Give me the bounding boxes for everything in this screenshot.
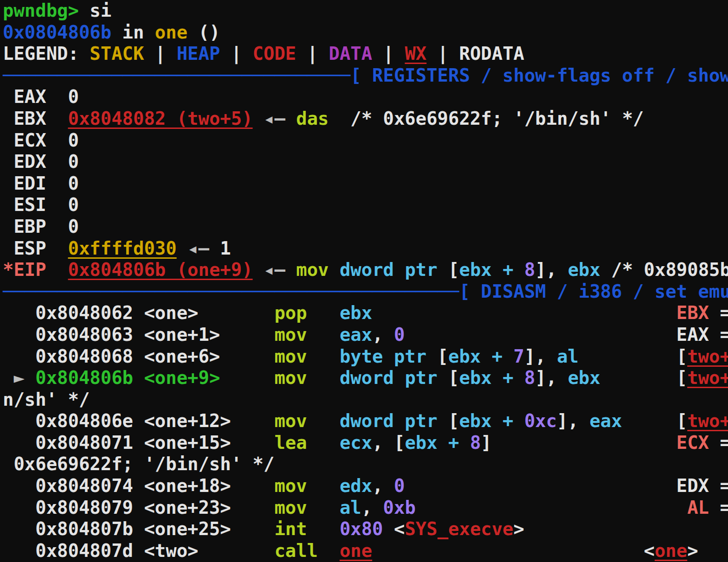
disasm-row-0x8048062: 0x8048062 <one> pop ebx EBX =	[3, 302, 728, 324]
text-segment: dword ptr	[340, 410, 448, 431]
text-segment: |	[372, 43, 405, 64]
text-segment: pwndbg>	[3, 0, 90, 21]
disasm-row-0x8048074: 0x8048074 <one+18> mov edx, 0 EDX =	[3, 475, 728, 497]
text-segment	[307, 302, 340, 323]
text-segment	[307, 324, 340, 345]
text-segment: 0x8048074 <one+18>	[3, 475, 231, 496]
disasm-row-0x804807d: 0x804807d <two> call one <one>	[3, 540, 728, 562]
text-segment: 0xb	[383, 497, 416, 518]
step-result-line: 0x0804806b in one ()	[3, 22, 728, 44]
disasm-row-0x8048079: 0x8048079 <one+23> mov al, 0xb AL =>	[3, 497, 728, 519]
text-segment: mov	[274, 367, 307, 388]
text-segment: [	[676, 346, 687, 367]
text-segment: 0x8048063 <one+1>	[3, 324, 220, 345]
disasm-row-0x8048068: 0x8048068 <one+6> mov byte ptr [ebx + 7]…	[3, 346, 728, 368]
text-segment: edx	[340, 475, 372, 496]
text-segment: ebx +	[448, 346, 514, 367]
text-segment	[3, 367, 13, 388]
text-segment: byte ptr	[340, 346, 438, 367]
text-segment: <	[644, 540, 655, 561]
text-segment: ►	[13, 367, 35, 388]
text-segment	[622, 410, 676, 431]
register-row-eip: *EIP 0x804806b (one+9) ◂— mov dword ptr …	[3, 259, 728, 281]
text-segment: mov	[274, 346, 307, 367]
text-segment	[231, 410, 275, 431]
text-segment: ECX 0	[3, 130, 79, 151]
text-segment: ,	[372, 324, 394, 345]
pwndbg-terminal[interactable]: pwndbg> si0x0804806b in one ()LEGEND: ST…	[0, 0, 728, 562]
disasm-wrap-line-2: 0x6e69622f; '/bin/sh' */	[3, 453, 728, 475]
text-segment: 0xc	[524, 410, 557, 431]
text-segment: eax	[589, 410, 622, 431]
text-segment	[220, 367, 274, 388]
text-segment: ecx	[340, 432, 372, 453]
register-row-ecx: ECX 0	[3, 130, 728, 152]
text-segment: two+	[687, 346, 728, 367]
text-segment	[372, 540, 644, 561]
text-segment: ECX	[676, 432, 709, 453]
text-segment: ebx +	[459, 367, 524, 388]
text-segment	[405, 324, 676, 345]
text-segment: EAX =	[676, 324, 728, 345]
text-segment	[307, 518, 340, 539]
text-segment: ebx +	[459, 259, 524, 280]
text-segment: ],	[524, 346, 557, 367]
text-segment	[307, 475, 340, 496]
text-segment: 0xffffd030	[68, 238, 177, 259]
text-segment: ],	[535, 259, 567, 280]
disasm-row-0x804806b-current: ► 0x804806b <one+9> mov dword ptr [ebx +…	[3, 367, 728, 389]
text-segment: mov	[274, 410, 307, 431]
text-segment	[198, 302, 274, 323]
text-segment: 0x804806b (one+9)	[68, 259, 253, 280]
text-segment	[220, 346, 274, 367]
text-segment: |	[220, 43, 252, 64]
disasm-header: ────────────────────────────────────────…	[3, 281, 728, 303]
text-segment: mov	[274, 324, 307, 345]
text-segment: ],	[535, 367, 567, 388]
text-segment: al	[340, 497, 361, 518]
text-segment: =>	[709, 497, 728, 518]
text-segment	[405, 475, 676, 496]
legend-line: LEGEND: STACK | HEAP | CODE | DATA | WX …	[3, 43, 728, 65]
text-segment: 0x804806b <one+9>	[35, 367, 220, 388]
text-segment: ────────────────────────────────	[3, 65, 350, 86]
command-line: pwndbg> si	[3, 0, 728, 22]
text-segment: ebx +	[459, 410, 524, 431]
text-segment	[307, 346, 340, 367]
text-segment: dword ptr	[340, 367, 448, 388]
text-segment: two+	[687, 410, 728, 431]
text-segment: 0	[394, 475, 405, 496]
text-segment	[492, 432, 676, 453]
text-segment	[220, 324, 274, 345]
text-segment: [	[448, 367, 459, 388]
text-segment: |	[296, 43, 329, 64]
text-segment: ebx	[568, 259, 600, 280]
text-segment: 8	[524, 367, 535, 388]
text-segment: ebx +	[405, 432, 470, 453]
text-segment: EBX	[3, 108, 68, 129]
text-segment: ◂—	[177, 238, 220, 259]
text-segment: mov	[274, 497, 307, 518]
text-segment: ebx	[340, 302, 372, 323]
text-segment	[329, 259, 339, 280]
disasm-row-0x804807b: 0x804807b <one+25> int 0x80 <SYS_execve>	[3, 518, 728, 540]
text-segment: 0x804807b <one+25>	[3, 518, 231, 539]
text-segment: 0x8048071 <one+15>	[3, 432, 231, 453]
text-segment	[231, 432, 275, 453]
text-segment	[231, 475, 275, 496]
text-segment: 0x804807d <two>	[3, 540, 198, 561]
text-segment: DATA	[329, 43, 373, 64]
text-segment: 0x8048079 <one+23>	[3, 497, 231, 518]
disasm-row-0x8048063: 0x8048063 <one+1> mov eax, 0 EAX =	[3, 324, 728, 346]
text-segment: 1	[220, 238, 231, 259]
text-segment: LEGEND:	[3, 43, 90, 64]
text-segment: al	[557, 346, 579, 367]
text-segment: ,	[361, 497, 383, 518]
text-segment: ]	[481, 432, 491, 453]
text-segment: EBX	[676, 302, 709, 323]
text-segment: ◂—	[253, 108, 296, 129]
text-segment: ,	[372, 475, 394, 496]
text-segment: 0x804806e <one+12>	[3, 410, 231, 431]
text-segment: [ DISASM / i386 / set emu	[459, 281, 728, 302]
text-segment: EBP 0	[3, 216, 79, 237]
